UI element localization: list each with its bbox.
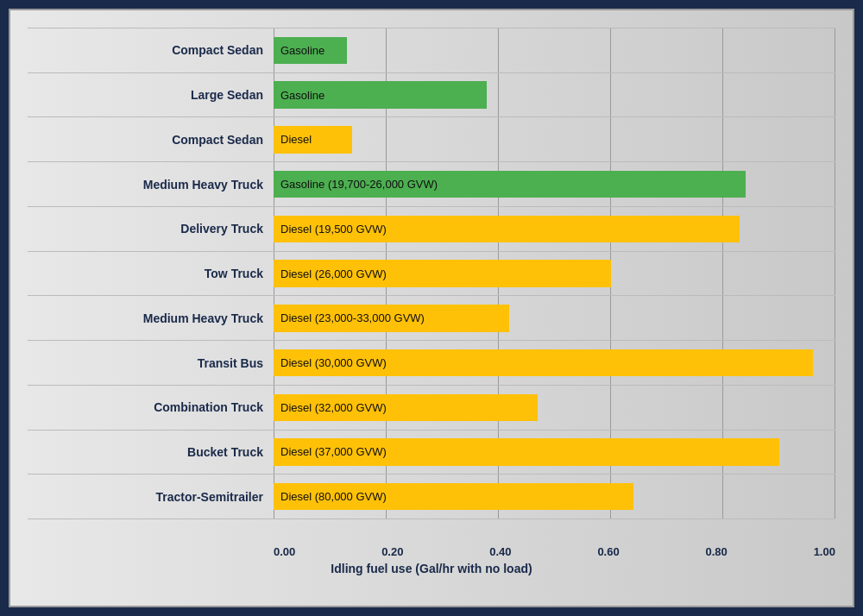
- bar-row: Medium Heavy TruckGasoline (19,700-26,00…: [28, 162, 835, 207]
- bar: Diesel (23,000-33,000 GVW): [274, 305, 509, 331]
- bar: Gasoline: [274, 37, 347, 64]
- bar-label: Bucket Truck: [28, 445, 274, 459]
- bar-label: Transit Bus: [28, 356, 274, 370]
- bar-label: Large Sedan: [28, 88, 274, 102]
- x-tick: 0.60: [597, 545, 619, 558]
- bar: Diesel (19,500 GVW): [274, 216, 740, 242]
- bar-row: Transit BusDiesel (30,000 GVW): [28, 341, 835, 386]
- bar-row: Compact SedanDiesel: [28, 117, 835, 162]
- chart-container: Compact SedanGasolineLarge SedanGasoline…: [9, 9, 854, 607]
- bar-label: Combination Truck: [28, 400, 274, 414]
- bar-row: Bucket TruckDiesel (37,000 GVW): [28, 431, 835, 475]
- x-tick: 0.00: [274, 545, 295, 558]
- bar-label: Delivery Truck: [28, 222, 274, 236]
- bar-wrapper: Gasoline: [274, 28, 835, 72]
- x-axis-label: Idling fuel use (Gal/hr with no load): [28, 562, 835, 575]
- bar-wrapper: Diesel (26,000 GVW): [274, 252, 835, 296]
- bar-label: Compact Sedan: [28, 43, 274, 57]
- bar: Diesel (30,000 GVW): [274, 349, 813, 376]
- x-tick: 0.40: [489, 545, 511, 558]
- bar: Diesel (26,000 GVW): [274, 260, 611, 286]
- bar-label: Medium Heavy Truck: [28, 311, 274, 325]
- x-tick: 1.00: [814, 545, 835, 558]
- bar-wrapper: Diesel (30,000 GVW): [274, 341, 835, 385]
- bar-row: Large SedanGasoline: [28, 73, 835, 118]
- bar-wrapper: Gasoline: [274, 73, 835, 117]
- bar-row: Tractor-SemitrailerDiesel (80,000 GVW): [28, 475, 835, 519]
- bar-rows: Compact SedanGasolineLarge SedanGasoline…: [28, 28, 835, 519]
- bar-label: Medium Heavy Truck: [28, 178, 274, 192]
- bar-label: Compact Sedan: [28, 133, 274, 147]
- x-axis: 0.000.200.400.600.801.00: [274, 545, 835, 558]
- bar-row: Medium Heavy TruckDiesel (23,000-33,000 …: [28, 296, 835, 341]
- bar-label: Tow Truck: [28, 267, 274, 280]
- bar-row: Combination TruckDiesel (32,000 GVW): [28, 386, 835, 431]
- x-tick: 0.80: [706, 545, 728, 558]
- bar-row: Compact SedanGasoline: [28, 28, 835, 73]
- bar: Diesel (37,000 GVW): [274, 438, 779, 465]
- bar: Diesel (80,000 GVW): [274, 483, 633, 510]
- bar: Gasoline: [274, 81, 487, 108]
- bar: Diesel: [274, 126, 352, 153]
- bar-label: Tractor-Semitrailer: [28, 490, 274, 504]
- bar-wrapper: Diesel (32,000 GVW): [274, 386, 835, 430]
- bar-wrapper: Diesel (23,000-33,000 GVW): [274, 296, 835, 340]
- bar-row: Delivery TruckDiesel (19,500 GVW): [28, 207, 835, 252]
- bar: Diesel (32,000 GVW): [274, 394, 538, 421]
- bar-wrapper: Diesel (80,000 GVW): [274, 475, 835, 519]
- bar-wrapper: Diesel (19,500 GVW): [274, 207, 835, 251]
- chart-area: Compact SedanGasolineLarge SedanGasoline…: [28, 28, 835, 519]
- bar-wrapper: Diesel (37,000 GVW): [274, 431, 835, 475]
- bar-wrapper: Gasoline (19,700-26,000 GVW): [274, 162, 835, 206]
- bar-wrapper: Diesel: [274, 117, 835, 161]
- bar-row: Tow TruckDiesel (26,000 GVW): [28, 252, 835, 297]
- x-tick: 0.20: [381, 545, 403, 558]
- bar: Gasoline (19,700-26,000 GVW): [274, 171, 746, 198]
